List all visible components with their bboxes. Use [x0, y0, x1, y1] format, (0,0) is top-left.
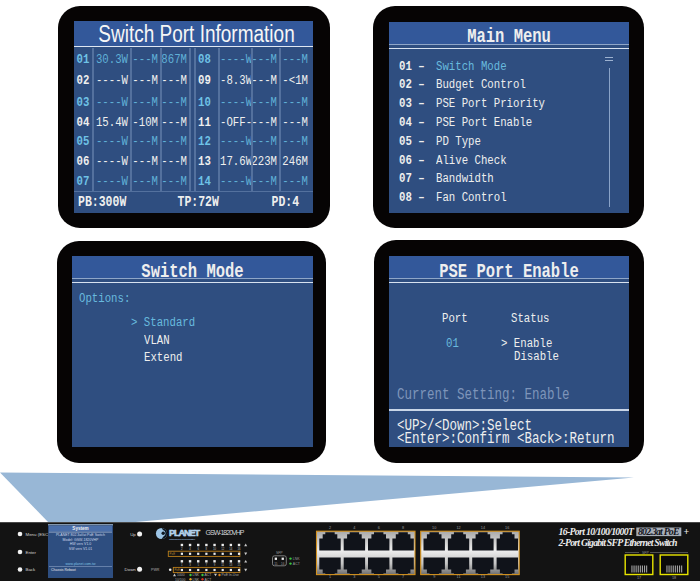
svg-text:6: 6 — [378, 526, 380, 530]
svg-text:PoE In-Use: PoE In-Use — [222, 573, 239, 577]
svg-text:LNK: LNK — [193, 578, 200, 581]
svg-text:18: 18 — [672, 576, 676, 580]
svg-text:PLANET 802.3af/at PoE Switch: PLANET 802.3af/at PoE Switch — [56, 533, 105, 537]
svg-text:5: 5 — [378, 575, 380, 579]
svg-text:Menu (ESC): Menu (ESC) — [26, 532, 51, 537]
svg-text:SW vers V1.01: SW vers V1.01 — [69, 547, 92, 551]
svg-text:802.3at PoE: 802.3at PoE — [638, 526, 680, 537]
svg-text:13: 13 — [229, 563, 233, 567]
svg-text:1: 1 — [329, 575, 331, 579]
svg-text:10: 10 — [213, 547, 217, 551]
svg-text:15: 15 — [505, 575, 509, 579]
svg-text:Networking & Communication: Networking & Communication — [169, 538, 196, 541]
svg-text:16: 16 — [237, 547, 241, 551]
svg-text:GSW-1820VHP: GSW-1820VHP — [206, 529, 245, 536]
svg-text:Back: Back — [26, 567, 37, 572]
svg-text:13: 13 — [481, 575, 485, 579]
svg-text:8: 8 — [402, 526, 404, 530]
svg-text:10: 10 — [432, 526, 436, 530]
svg-text:Model: GSW-1820VHP: Model: GSW-1820VHP — [63, 538, 100, 542]
svg-text:11: 11 — [221, 563, 224, 567]
svg-text:4: 4 — [353, 526, 355, 530]
svg-text:+: + — [684, 526, 690, 537]
svg-text:SFP: SFP — [276, 551, 283, 555]
svg-text:7: 7 — [402, 575, 404, 579]
svg-text:14: 14 — [229, 547, 233, 551]
svg-text:17: 17 — [637, 576, 641, 580]
svg-text:PoE: PoE — [174, 568, 180, 572]
svg-text:2-Port Gigabit SFP Ethernet Sw: 2-Port Gigabit SFP Ethernet Switch — [558, 537, 678, 548]
svg-text:Enter: Enter — [26, 550, 37, 555]
svg-text:10/100: 10/100 — [175, 578, 185, 581]
svg-text:16: 16 — [505, 526, 509, 530]
svg-text:Down: Down — [125, 567, 137, 572]
svg-text:www.planet.com.tw: www.planet.com.tw — [66, 562, 96, 566]
svg-text:System: System — [72, 526, 88, 531]
svg-text:15: 15 — [274, 562, 278, 566]
svg-text:12: 12 — [221, 547, 225, 551]
svg-text:PoE: PoE — [170, 552, 176, 556]
svg-text:16: 16 — [281, 562, 285, 566]
svg-text:16-Port 10/100/1000T: 16-Port 10/100/1000T — [559, 526, 636, 537]
svg-text:SFP: SFP — [642, 551, 649, 555]
svg-text:12: 12 — [456, 526, 460, 530]
svg-text:HW vers V1.0: HW vers V1.0 — [70, 542, 92, 546]
svg-text:11: 11 — [457, 575, 461, 579]
svg-text:Up: Up — [130, 532, 136, 537]
svg-text:PLANET: PLANET — [169, 528, 200, 538]
svg-text:15: 15 — [237, 563, 241, 567]
svg-text:Chassis Reboot: Chassis Reboot — [51, 568, 76, 572]
svg-text:LNK: LNK — [293, 557, 300, 561]
svg-text:3: 3 — [353, 575, 355, 579]
svg-text:ACT: ACT — [205, 578, 212, 581]
svg-text:9: 9 — [433, 575, 435, 579]
svg-text:14: 14 — [481, 526, 485, 530]
svg-text:2: 2 — [329, 526, 331, 530]
svg-text:PWR: PWR — [151, 568, 160, 572]
svg-text:ACT: ACT — [293, 562, 301, 566]
